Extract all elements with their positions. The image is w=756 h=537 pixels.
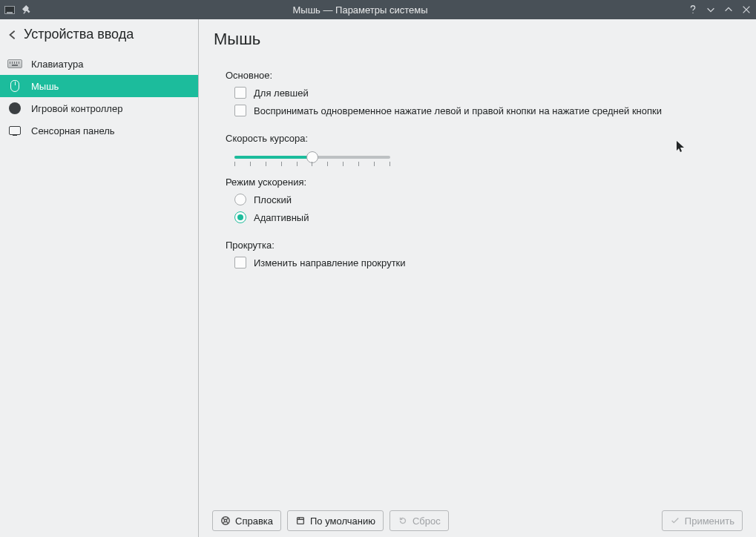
section-accel-label: Режим ускорения: [226, 177, 743, 188]
reset-button: Сброс [389, 510, 449, 531]
pin-icon[interactable] [22, 4, 33, 15]
apply-button: Применить [662, 510, 743, 531]
help-icon[interactable] [688, 4, 698, 15]
sidebar-item-label: Игровой контроллер [31, 103, 122, 114]
svg-point-0 [692, 13, 693, 13]
defaults-button-label: По умолчанию [310, 515, 375, 527]
radio-accel-flat[interactable] [234, 194, 246, 205]
option-accel-flat-label: Плоский [254, 194, 292, 205]
checkbox-middle-emulation[interactable] [234, 105, 246, 116]
sidebar-item-label: Клавиатура [31, 59, 83, 70]
close-icon[interactable] [741, 4, 752, 15]
help-button[interactable]: Справка [212, 510, 281, 531]
option-middle-emulation-label: Воспринимать одновременное нажатие левой… [254, 105, 662, 116]
footer-toolbar: Справка По умолчанию Сброс Применить [212, 504, 743, 537]
content-pane: Мышь Основное: Для левшей Воспринимать о… [199, 19, 756, 537]
window-title: Мышь — Параметры системы [33, 4, 688, 16]
keyboard-icon [7, 58, 22, 70]
minimize-icon[interactable] [706, 4, 716, 15]
checkbox-left-handed[interactable] [234, 87, 246, 99]
svg-point-2 [224, 519, 227, 522]
titlebar: Мышь — Параметры системы [0, 0, 756, 19]
sidebar-item-mouse[interactable]: Мышь [0, 75, 198, 97]
option-left-handed-label: Для левшей [254, 88, 309, 99]
section-general-label: Основное: [226, 70, 743, 81]
help-button-label: Справка [235, 515, 273, 527]
sidebar-header-label: Устройства ввода [24, 27, 134, 42]
sidebar-item-label: Сенсорная панель [31, 125, 115, 136]
maximize-icon[interactable] [723, 4, 734, 15]
sidebar-item-gamepad[interactable]: Игровой контроллер [0, 97, 198, 119]
sidebar-item-keyboard[interactable]: Клавиатура [0, 53, 198, 75]
page-title: Мышь [214, 30, 743, 49]
cursor-speed-slider[interactable] [234, 150, 390, 172]
sidebar-item-touchpad[interactable]: Сенсорная панель [0, 119, 198, 142]
sidebar: Устройства ввода Клавиатура Мышь Игровой… [0, 19, 199, 537]
section-speed-label: Скорость курсора: [226, 133, 743, 144]
checkbox-invert-scroll[interactable] [234, 257, 246, 268]
touchpad-icon [7, 125, 22, 136]
sidebar-item-label: Мышь [31, 81, 59, 92]
cursor-icon [676, 140, 686, 156]
svg-point-1 [222, 517, 230, 525]
option-invert-scroll-label: Изменить направление прокрутки [254, 257, 406, 268]
sidebar-back-header[interactable]: Устройства ввода [0, 19, 198, 53]
radio-accel-adaptive[interactable] [234, 211, 246, 223]
reset-button-label: Сброс [412, 515, 441, 527]
svg-rect-3 [298, 518, 304, 524]
apply-button-label: Применить [685, 515, 734, 527]
option-accel-adaptive-label: Адаптивный [254, 212, 309, 223]
defaults-button[interactable]: По умолчанию [287, 510, 384, 531]
gamepad-icon [7, 102, 22, 114]
section-scroll-label: Прокрутка: [226, 240, 743, 251]
mouse-icon [7, 80, 22, 92]
app-icon [4, 4, 15, 15]
